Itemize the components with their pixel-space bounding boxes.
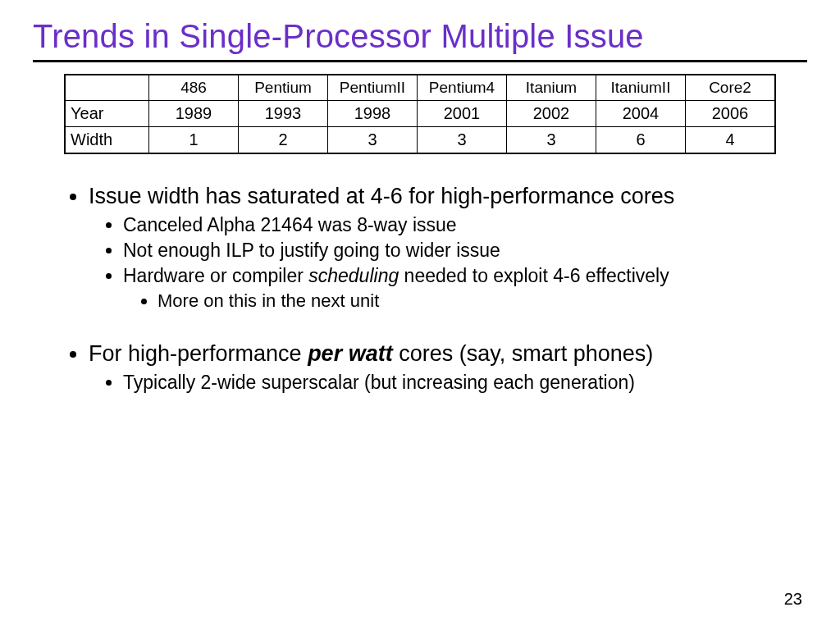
bullet-2b: per watt: [308, 341, 393, 366]
bullet-1-text: Issue width has saturated at 4-6 for hig…: [89, 184, 674, 208]
cell: 3: [328, 127, 418, 154]
col-core2: Core2: [686, 75, 776, 101]
bullet-1-3: Hardware or compiler scheduling needed t…: [123, 265, 807, 312]
table-corner: [65, 75, 149, 101]
slide-title: Trends in Single-Processor Multiple Issu…: [33, 18, 807, 55]
slide: Trends in Single-Processor Multiple Issu…: [0, 0, 840, 630]
cell: 1998: [328, 101, 418, 127]
col-pentium2: PentiumII: [328, 75, 418, 101]
table-row: Year 1989 1993 1998 2001 2002 2004 2006: [65, 101, 775, 127]
cell: 2001: [418, 101, 507, 127]
col-itanium2: ItaniumII: [596, 75, 686, 101]
bullet-2a: For high-performance: [89, 341, 308, 366]
row-label-width: Width: [65, 127, 149, 154]
bullet-1-3c: needed to exploit 4-6 effectively: [399, 265, 669, 286]
col-itanium: Itanium: [507, 75, 596, 101]
cell: 1993: [239, 101, 328, 127]
processor-table: 486 Pentium PentiumII Pentium4 Itanium I…: [64, 74, 776, 154]
cell: 3: [507, 127, 596, 154]
bullet-2: For high-performance per watt cores (say…: [89, 341, 807, 394]
cell: 2002: [507, 101, 596, 127]
cell: 6: [596, 127, 686, 154]
row-label-year: Year: [65, 101, 149, 127]
bullet-1-3-1: More on this in the next unit: [158, 290, 807, 312]
cell: 1989: [149, 101, 239, 127]
cell: 3: [418, 127, 507, 154]
bullet-1: Issue width has saturated at 4-6 for hig…: [89, 184, 807, 312]
col-pentium4: Pentium4: [418, 75, 507, 101]
bullet-1-2: Not enough ILP to justify going to wider…: [123, 240, 807, 262]
cell: 1: [149, 127, 239, 154]
bullet-1-1: Canceled Alpha 21464 was 8-way issue: [123, 214, 807, 236]
cell: 4: [686, 127, 776, 154]
bullet-2-sub: Typically 2-wide superscalar (but increa…: [89, 372, 807, 394]
bullet-2-1: Typically 2-wide superscalar (but increa…: [123, 372, 807, 394]
title-rule: [33, 60, 807, 62]
bullet-1-3-sub: More on this in the next unit: [123, 290, 807, 312]
bullet-2c: cores (say, smart phones): [393, 341, 654, 366]
bullet-1-3b: scheduling: [308, 265, 399, 286]
col-486: 486: [149, 75, 239, 101]
col-pentium: Pentium: [239, 75, 328, 101]
cell: 2004: [596, 101, 686, 127]
cell: 2006: [686, 101, 776, 127]
bullet-1-3a: Hardware or compiler: [123, 265, 308, 286]
cell: 2: [239, 127, 328, 154]
bullet-1-sub: Canceled Alpha 21464 was 8-way issue Not…: [89, 214, 807, 312]
page-number: 23: [784, 590, 802, 609]
table-header-row: 486 Pentium PentiumII Pentium4 Itanium I…: [65, 75, 775, 101]
bullet-list: Issue width has saturated at 4-6 for hig…: [33, 184, 807, 394]
table-row: Width 1 2 3 3 3 6 4: [65, 127, 775, 154]
